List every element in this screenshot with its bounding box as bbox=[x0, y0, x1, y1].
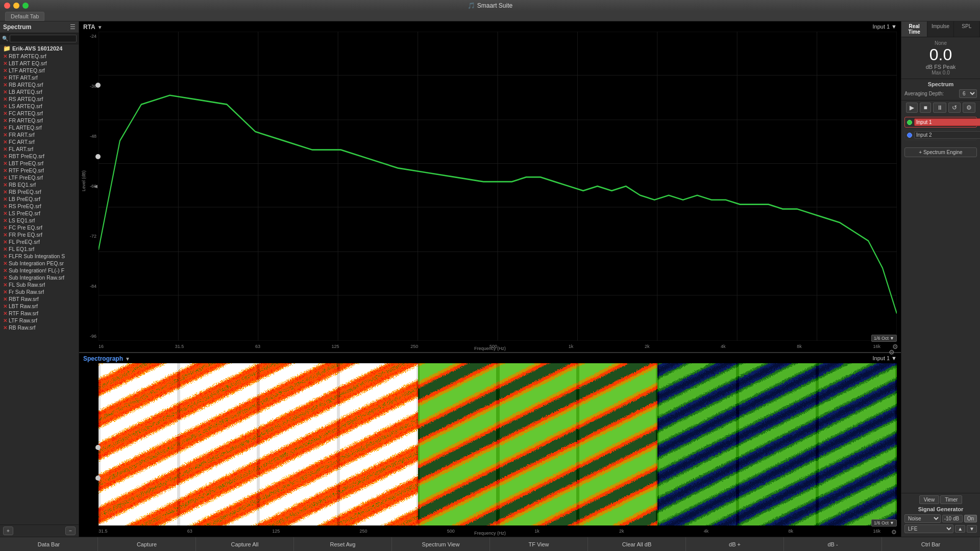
file-list-item[interactable]: ✕FC ART.srf bbox=[0, 138, 79, 145]
file-list-item[interactable]: ✕Sub Integration! FL(-) F bbox=[0, 267, 79, 274]
lfe-type-select[interactable]: LFE Full bbox=[904, 524, 953, 533]
transport-pause[interactable]: ⏸ bbox=[933, 103, 946, 113]
file-list-item[interactable]: ✕FC ARTEQ.srf bbox=[0, 110, 79, 117]
file-list-item[interactable]: ✕FR ART.srf bbox=[0, 131, 79, 138]
transport-reset[interactable]: ↺ bbox=[948, 103, 961, 113]
spectro-canvas[interactable] bbox=[99, 363, 897, 525]
transport-play[interactable]: ▶ bbox=[906, 103, 918, 113]
default-tab[interactable]: Default Tab bbox=[5, 12, 44, 21]
file-list-item[interactable]: ✕RS PreEQ.srf bbox=[0, 203, 79, 210]
db-level-input[interactable] bbox=[942, 515, 963, 522]
rta-slider-top[interactable] bbox=[95, 83, 101, 88]
spectro-oct-badge[interactable]: 1/6 Oct ▼ bbox=[871, 519, 897, 527]
file-list-item[interactable]: ✕RTF ART.srf bbox=[0, 74, 79, 81]
spectro-slider-top[interactable]: ◀ bbox=[95, 445, 101, 450]
file-list-item[interactable]: ✕RTF Raw.srf bbox=[0, 310, 79, 317]
input1-row[interactable] bbox=[904, 117, 977, 128]
timer-button[interactable]: Timer bbox=[940, 495, 962, 504]
toolbar-spectrum-view[interactable]: Spectrum View bbox=[392, 537, 490, 551]
file-list-item[interactable]: ✕RBT ARTEQ.srf bbox=[0, 53, 79, 60]
spectro-settings-gear[interactable]: ⚙ bbox=[891, 529, 897, 536]
file-list-item[interactable]: ✕RBT PreEQ.srf bbox=[0, 153, 79, 160]
rta-input-arrow[interactable]: ▼ bbox=[891, 23, 897, 30]
tab-spl[interactable]: SPL bbox=[954, 21, 980, 37]
file-list-item[interactable]: ✕LBT Raw.srf bbox=[0, 303, 79, 310]
file-list-item[interactable]: ✕FR ARTEQ.srf bbox=[0, 117, 79, 124]
slider-handle-top[interactable]: ◀ bbox=[94, 184, 97, 189]
spectro-canvas-element bbox=[99, 363, 897, 525]
file-list-item[interactable]: ✕LS ARTEQ.srf bbox=[0, 103, 79, 110]
file-list-item[interactable]: ✕LBT ART EQ.srf bbox=[0, 60, 79, 67]
transport-settings[interactable]: ⚙ bbox=[963, 103, 975, 113]
minimize-button[interactable] bbox=[13, 3, 19, 9]
tab-realtime[interactable]: Real Time bbox=[901, 21, 927, 37]
toolbar-capture[interactable]: Capture bbox=[98, 537, 196, 551]
toolbar-ctrl-bar[interactable]: Ctrl Bar bbox=[882, 537, 980, 551]
file-list-item[interactable]: ✕Sub Integration Raw.srf bbox=[0, 274, 79, 281]
file-list-item[interactable]: ✕LTF Raw.srf bbox=[0, 317, 79, 324]
sidebar-add-button[interactable]: + bbox=[3, 527, 13, 535]
file-list-item[interactable]: ✕FL ARTEQ.srf bbox=[0, 124, 79, 131]
file-list-item[interactable]: ✕FL EQ1.srf bbox=[0, 245, 79, 253]
toolbar-db-plus[interactable]: dB + bbox=[686, 537, 784, 551]
file-list-item[interactable]: ✕RB EQ1.srf bbox=[0, 181, 79, 188]
file-list-item[interactable]: ✕LBT PreEQ.srf bbox=[0, 160, 79, 167]
input1-field[interactable] bbox=[914, 118, 980, 126]
rta-chart[interactable] bbox=[99, 32, 897, 341]
file-list-item[interactable]: ✕FC Pre EQ.srf bbox=[0, 224, 79, 231]
spectro-dropdown-arrow[interactable]: ▼ bbox=[125, 356, 130, 362]
add-spectrum-engine-button[interactable]: + Spectrum Engine bbox=[904, 147, 977, 157]
file-list-item[interactable]: ✕Fr Sub Raw.srf bbox=[0, 288, 79, 295]
toolbar-db-minus[interactable]: dB - bbox=[784, 537, 882, 551]
file-list-item[interactable]: ✕RS ARTEQ.srf bbox=[0, 95, 79, 103]
input2-row[interactable] bbox=[904, 130, 977, 140]
sidebar-collapse-icon[interactable]: ☰ bbox=[70, 23, 76, 31]
file-list-item[interactable]: ✕FL PreEQ.srf bbox=[0, 238, 79, 245]
avg-depth-select[interactable]: 6 4 8 12 bbox=[959, 89, 977, 98]
view-button[interactable]: View bbox=[919, 495, 940, 504]
tab-impulse[interactable]: Impulse bbox=[927, 21, 953, 37]
rta-oct-arrow[interactable]: ▼ bbox=[890, 336, 894, 341]
file-list-item[interactable]: ✕RTF PreEQ.srf bbox=[0, 167, 79, 174]
transport-stop[interactable]: ■ bbox=[920, 103, 931, 113]
file-list-item[interactable]: ✕RB ARTEQ.srf bbox=[0, 81, 79, 88]
rta-gear-overlay[interactable]: ⚙ bbox=[892, 343, 898, 350]
file-list-item[interactable]: ✕RBT Raw.srf bbox=[0, 295, 79, 303]
file-list-item[interactable]: ✕LB ARTEQ.srf bbox=[0, 88, 79, 95]
toolbar-tf-view[interactable]: TF View bbox=[490, 537, 588, 551]
search-input[interactable] bbox=[10, 35, 77, 42]
file-list-item[interactable]: ✕LS EQ1.srf bbox=[0, 217, 79, 224]
rta-x-125: 125 bbox=[332, 344, 339, 349]
sidebar-remove-button[interactable]: − bbox=[65, 527, 76, 535]
folder-item[interactable]: 📁 Erik-AVS 16012024 bbox=[0, 44, 79, 53]
toolbar-capture-all[interactable]: Capture All bbox=[196, 537, 294, 551]
spectro-oct-arrow[interactable]: ▼ bbox=[890, 520, 894, 525]
rta-oct-badge[interactable]: 1/6 Oct ▼ bbox=[871, 335, 897, 342]
close-button[interactable] bbox=[4, 3, 10, 9]
file-list-item[interactable]: ✕LB PreEQ.srf bbox=[0, 195, 79, 203]
rta-slider-bottom[interactable] bbox=[95, 154, 101, 159]
file-list-item[interactable]: ✕LTF ARTEQ.srf bbox=[0, 67, 79, 74]
noise-type-select[interactable]: Noise Sine Pink bbox=[904, 514, 941, 523]
file-list-item[interactable]: ✕RB Raw.srf bbox=[0, 324, 79, 331]
maximize-button[interactable] bbox=[22, 3, 29, 9]
signal-on-button[interactable]: On bbox=[964, 515, 977, 522]
file-list-item[interactable]: ✕FR Pre EQ.srf bbox=[0, 231, 79, 238]
sig-up-button[interactable]: ▲ bbox=[955, 525, 965, 533]
file-list-item[interactable]: ✕FLFR Sub Integration S bbox=[0, 253, 79, 260]
file-list-item[interactable]: ✕FL ART.srf bbox=[0, 145, 79, 153]
rta-dropdown-arrow[interactable]: ▼ bbox=[97, 24, 103, 30]
toolbar-clear-all-db[interactable]: Clear All dB bbox=[588, 537, 686, 551]
file-list-item[interactable]: ✕LTF PreEQ.srf bbox=[0, 174, 79, 181]
file-list-item[interactable]: ✕RB PreEQ.srf bbox=[0, 188, 79, 195]
file-list-item[interactable]: ✕LS PreEQ.srf bbox=[0, 210, 79, 217]
input2-field[interactable] bbox=[914, 131, 980, 139]
toolbar-data-bar[interactable]: Data Bar bbox=[0, 537, 98, 551]
file-label: FL ART.srf bbox=[9, 146, 33, 152]
file-list-item[interactable]: ✕Sub Integration PEQ.sr bbox=[0, 260, 79, 267]
sig-down-button[interactable]: ▼ bbox=[967, 525, 977, 533]
spectro-slider-bottom[interactable]: ◀ bbox=[95, 475, 101, 481]
toolbar-reset-avg[interactable]: Reset Avg bbox=[294, 537, 392, 551]
rta-input-select[interactable]: Input 1 ▼ bbox=[872, 23, 897, 30]
file-list-item[interactable]: ✕FL Sub Raw.srf bbox=[0, 281, 79, 288]
